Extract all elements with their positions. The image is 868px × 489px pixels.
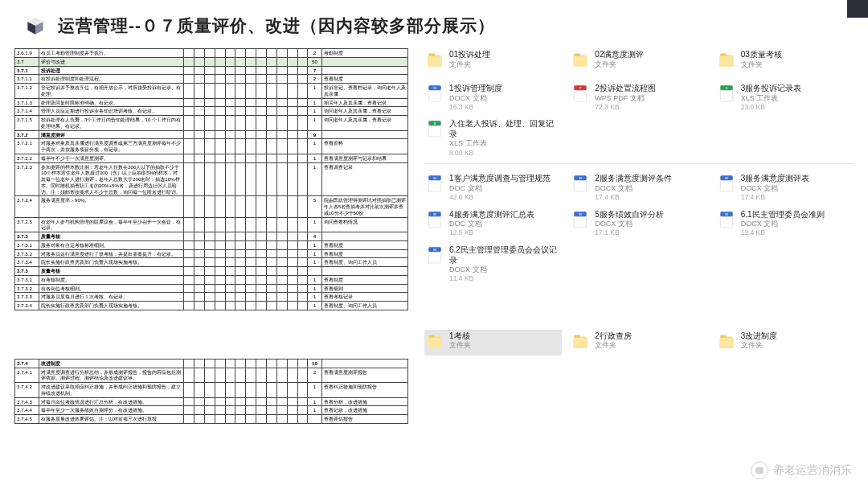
file-name: 4服务满意度测评汇总表: [449, 210, 534, 220]
file-size: 12.5 KB: [449, 228, 534, 237]
file-group-2: W1投诉管理制度DOCX 文档16.3 KBP2投诉处置流程图WPS PDF 文…: [424, 82, 854, 158]
file-size: 42.0 KB: [449, 193, 551, 202]
file-item[interactable]: W5服务绩效自评分析DOCX 文档17.1 KB: [570, 208, 707, 239]
file-name: 01投诉处理: [449, 50, 490, 60]
file-name: 6.2民主管理管理委员会会议记录: [449, 245, 560, 265]
logo-icon: [24, 16, 47, 35]
file-item[interactable]: 01投诉处理文件夹: [424, 48, 562, 74]
file-item[interactable]: 1考核文件夹: [424, 330, 562, 355]
file-size: 23.0 KB: [741, 103, 802, 112]
table-row: 3.7.2.4服务满意度率＞90%。 5院由民政管理得测评比对照抽取已测评年人各…: [15, 196, 408, 217]
file-item[interactable]: W2服务满意度测评条件DOCX 文档17.4 KB: [570, 172, 707, 203]
table-row: 3.7.4.4每半年至少一次服务绩效自测评分，有改进措施。 1查看记录，改进措施: [15, 406, 408, 415]
header: 运营管理--０７质量评价、改进（因内容较多部分展示）: [0, 0, 868, 43]
file-item[interactable]: W3服务满意度测评表DOCX 文档17.4 KB: [716, 172, 854, 203]
table-row: 3.7.1.2登记投诉并予整改互位，有相开放公示，对所接受投诉有记录、有处理。 …: [15, 84, 408, 99]
file-size: 17.4 KB: [741, 193, 810, 202]
table-row: 3.7.3质量考核 4: [15, 232, 408, 241]
file-item[interactable]: W6.1民主管理委员会准则DOCX 文档12.4 KB: [716, 208, 854, 239]
table-row: 3.7.3.2有各岗位考核细则。 1查看细则: [15, 284, 408, 293]
svg-rect-8: [574, 56, 588, 67]
divider: [424, 163, 854, 164]
file-info: 03质量考核文件夹: [741, 50, 782, 69]
file-item[interactable]: P2投诉处置流程图WPS PDF 文档72.3 KB: [570, 82, 707, 113]
table-row: 3.7.3.3对服务员质每月进行１次考核、有记录。 1查看考核记录: [15, 293, 408, 302]
file-info: 1客户满意度调查与管理规范DOC 文档42.0 KB: [449, 174, 551, 201]
file-type: 文件夹: [449, 341, 471, 350]
file-size: 17.4 KB: [595, 193, 672, 202]
file-type: 文件夹: [741, 60, 782, 69]
svg-rect-5: [428, 56, 442, 67]
table-row: 3.7.3质量考核: [15, 267, 408, 276]
svg-text:P: P: [579, 86, 582, 90]
file-group-1: 01投诉处理文件夹02满意度测评文件夹03质量考核文件夹: [424, 48, 854, 74]
table-row: 3.7.4.3对每月岗位考核情况进行汇总分析，有改进措施。 1查看分析，改进措施: [15, 397, 408, 406]
docx-icon: W: [426, 245, 444, 268]
table-row: 3.7.2.1对服务对象及其亲属进行满意度调查或第三方满意度测评每年不少于两次，…: [15, 139, 408, 154]
file-info: 02满意度测评文件夹: [595, 50, 644, 69]
file-item[interactable]: W4服务满意度测评汇总表DOC 文档12.5 KB: [424, 208, 562, 239]
file-info: 6.1民主管理委员会准则DOCX 文档12.4 KB: [741, 210, 825, 237]
file-size: 12.4 KB: [741, 228, 825, 237]
table-row: 3.7.2.5有老年人参与机构管理的联席议会，每半年至少召开一次会议，有记录。 …: [15, 217, 408, 232]
file-type: DOCX 文档: [741, 220, 825, 228]
file-item[interactable]: S入住老人投诉、处理、回复记录XLS 工作表8.00 KB: [424, 117, 562, 158]
table-row: 3.7.1投诉处理 7: [15, 66, 408, 75]
file-info: 3服务满意度测评表DOCX 文档17.4 KB: [741, 174, 810, 201]
svg-rect-11: [719, 56, 734, 67]
file-info: 入住老人投诉、处理、回复记录XLS 工作表8.00 KB: [449, 119, 560, 157]
docx-icon: W: [426, 84, 444, 106]
file-size: 11.4 KB: [449, 274, 560, 283]
file-info: 1投诉管理制度DOCX 文档16.3 KB: [449, 84, 502, 111]
docx-icon: W: [571, 210, 589, 232]
file-item[interactable]: W6.2民主管理管理委员会会议记录DOCX 文档11.4 KB: [424, 244, 562, 285]
watermark-text: 养老运营消消乐: [773, 463, 852, 478]
file-name: 2服务满意度测评条件: [595, 174, 672, 184]
svg-text:S: S: [725, 86, 727, 90]
file-name: 6.1民主管理委员会准则: [741, 210, 825, 220]
watermark: 养老运营消消乐: [751, 462, 852, 479]
table-row: 3.7.1.5投诉处理有人负责，3个工作日内告知处理结果，10 个工作日内有处理…: [15, 116, 408, 131]
file-item[interactable]: S3服务投诉记录表XLS 工作表23.0 KB: [716, 82, 854, 113]
table-row: 3.7.3.2对服务员运行满意度进行了设考核，并提出需要提升，有记录。 1查看制…: [15, 249, 408, 258]
file-item[interactable]: W1客户满意度调查与管理规范DOC 文档42.0 KB: [424, 172, 562, 203]
pdf-icon: P: [571, 84, 589, 106]
file-item[interactable]: 2行政查房文件夹: [570, 330, 707, 355]
folder-icon: [426, 50, 444, 72]
file-name: 2行政查房: [595, 331, 632, 342]
file-info: 2行政查房文件夹: [595, 331, 632, 351]
file-type: DOC 文档: [449, 220, 534, 228]
svg-rect-53: [719, 338, 734, 348]
file-name: 1客户满意度调查与管理规范: [449, 174, 551, 184]
file-type: 文件夹: [595, 60, 644, 69]
folder-icon: [718, 331, 735, 354]
file-info: 3改进制度文件夹: [741, 331, 778, 351]
file-type: WPS PDF 文档: [595, 94, 656, 103]
file-size: 17.1 KB: [595, 228, 664, 237]
svg-rect-50: [574, 338, 588, 348]
table-row: 3.7.1.3处理及回复时限标准明确、有记录。 1相关年人及其亲属，查看记录: [15, 98, 408, 107]
file-type: DOCX 文档: [595, 220, 664, 228]
table-row: 3.7.2.3参加测评的样本数比例：若老年人住数在200人以下的抽取不少于10个…: [15, 162, 408, 196]
table-row: 3.7.4改进制度 10: [15, 359, 408, 368]
table-row: 3.7.3.4院长实施行政查房及部门负责人现场实施考核。 1查看制度、询问工作人…: [15, 302, 408, 310]
table-row: 3.7.4.2对改进建议采取相应纠正措施，并形成纠正措施和预防报告，建立持续改进…: [15, 383, 408, 398]
docx-icon: W: [426, 210, 444, 232]
file-type: 文件夹: [741, 341, 778, 350]
table-row: 3.7.2.2每半年不少于一次满意度测评。 1查看满意度测评与记录和结果: [15, 154, 408, 162]
table-row: 3.7.1.4管理人员应定期进行投诉业务知识培训考核、有记录。 1询问老年人及其…: [15, 107, 408, 116]
folder-icon: [571, 50, 589, 72]
folder-icon: [718, 50, 735, 72]
file-item[interactable]: 3改进制度文件夹: [716, 330, 854, 355]
file-name: 02满意度测评: [595, 50, 644, 60]
svg-rect-47: [428, 338, 442, 348]
file-group-3: W1客户满意度调查与管理规范DOC 文档42.0 KBW2服务满意度测评条件DO…: [424, 172, 854, 285]
table-row: 3.7.4.5有服务质量改进效果评估。注：以对前项三次进行填报 查看评估报告: [15, 415, 408, 424]
file-item[interactable]: 03质量考核文件夹: [716, 48, 854, 74]
docx-icon: W: [718, 210, 735, 232]
table-row: 3.7.2满意度测评 9: [15, 130, 408, 139]
file-info: 2服务满意度测评条件DOCX 文档17.4 KB: [595, 174, 672, 201]
file-name: 1考核: [449, 331, 471, 342]
file-item[interactable]: 02满意度测评文件夹: [570, 48, 707, 74]
file-item[interactable]: W1投诉管理制度DOCX 文档16.3 KB: [424, 82, 562, 113]
